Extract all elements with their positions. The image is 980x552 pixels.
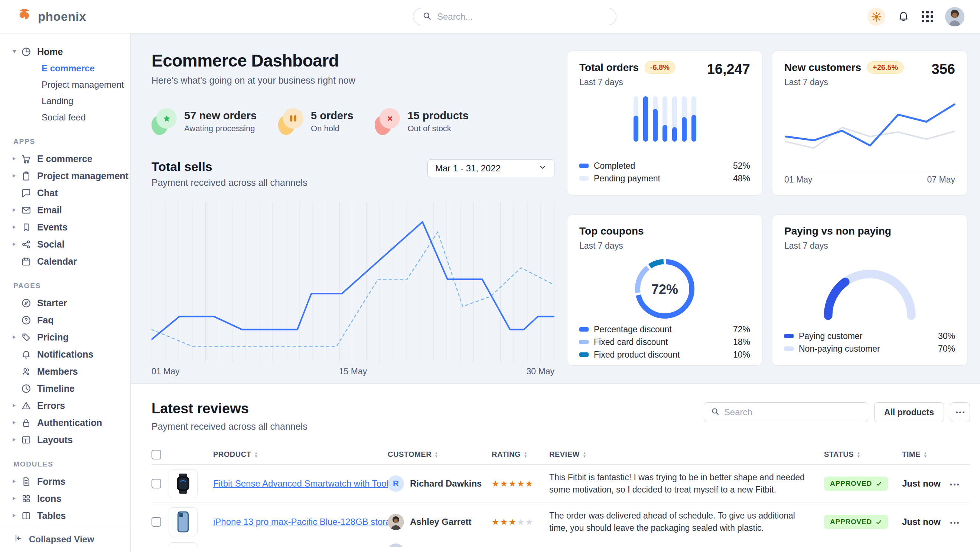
sidebar-item-email[interactable]: Email <box>0 201 130 219</box>
sidebar-section-modules: MODULES <box>0 460 130 468</box>
top-navbar: phoenix <box>0 0 980 34</box>
date-range-select[interactable]: Mar 1 - 31, 2022 <box>428 160 554 177</box>
sidebar-item-layouts[interactable]: Layouts <box>0 431 130 448</box>
apps-grid-icon[interactable] <box>922 11 933 22</box>
sort-icon: ▲▼ <box>924 451 927 458</box>
caret-right-icon <box>13 404 21 407</box>
quick-stats: 57 new ordersAwating processing 5 orders… <box>151 108 554 135</box>
reviews-search-input[interactable] <box>724 407 861 418</box>
layout-icon <box>21 434 37 445</box>
tag-icon <box>21 332 37 343</box>
global-search[interactable] <box>413 8 616 25</box>
sidebar-subitem-e-commerce[interactable]: E commerce <box>0 60 130 77</box>
customer-avatar-photo <box>388 514 404 530</box>
sidebar-item-starter[interactable]: Starter <box>0 294 130 311</box>
users-icon <box>21 366 37 377</box>
column-customer[interactable]: CUSTOMER▲▼ <box>388 450 492 459</box>
user-avatar[interactable] <box>945 7 964 26</box>
cart-icon <box>21 153 37 164</box>
collapse-icon <box>13 533 23 545</box>
star-icon <box>156 108 177 129</box>
column-status[interactable]: STATUS▲▼ <box>824 450 902 459</box>
review-text: The order was delivered ahead of schedul… <box>549 510 824 534</box>
share-icon <box>21 239 37 250</box>
customer-cell[interactable]: R Richard Dawkins <box>388 475 492 492</box>
sidebar-item-notifications[interactable]: Notifications <box>0 346 130 363</box>
product-thumbnail-iphone[interactable] <box>169 507 197 536</box>
chevron-down-icon <box>538 163 547 174</box>
sidebar-item-icons[interactable]: Icons <box>0 490 130 507</box>
page-title: Ecommerce Dashboard <box>151 51 554 71</box>
paying-vs-non-paying-card: Paying vs non paying Last 7 days Paying … <box>772 214 967 366</box>
top-coupons-card: Top coupons Last 7 days 72% Percentage d… <box>567 214 762 366</box>
status-badge: APPROVED <box>824 515 888 529</box>
table-row: iPhone 13 pro max-Pacific Blue-128GB sto… <box>151 503 970 541</box>
column-product[interactable]: PRODUCT▲▼ <box>213 450 388 459</box>
total-orders-bar-chart <box>579 96 750 142</box>
notifications-bell-icon[interactable] <box>897 10 910 24</box>
sidebar-subitem-project-management[interactable]: Project management <box>0 77 130 93</box>
brand-logo[interactable]: phoenix <box>0 8 86 26</box>
product-link[interactable]: iPhone 13 pro max-Pacific Blue-128GB sto… <box>213 517 388 527</box>
sidebar-item-timeline[interactable]: Timeline <box>0 380 130 397</box>
all-products-filter-button[interactable]: All products <box>874 402 944 422</box>
sidebar-item-home[interactable]: Home <box>0 43 130 60</box>
card-title: Total orders <box>579 62 639 73</box>
page-subtitle: Here's what's going on at your business … <box>151 75 554 86</box>
row-checkbox[interactable] <box>151 517 161 527</box>
sidebar-item-calendar[interactable]: Calendar <box>0 253 130 270</box>
bell-icon <box>21 349 37 360</box>
collapse-view-button[interactable]: Collapsed View <box>0 526 130 552</box>
dashboard-top-section: Ecommerce Dashboard Here's what's going … <box>131 34 980 383</box>
sidebar-item-e-commerce[interactable]: E commerce <box>0 150 130 167</box>
file-icon <box>21 476 37 487</box>
reviews-more-button[interactable] <box>950 402 970 422</box>
reviews-search[interactable] <box>704 402 868 422</box>
sidebar-item-pricing[interactable]: Pricing <box>0 329 130 346</box>
row-checkbox[interactable] <box>151 479 161 488</box>
product-link[interactable]: Fitbit Sense Advanced Smartwatch with To… <box>213 479 388 489</box>
reviews-title: Latest reviews <box>151 401 307 417</box>
new-customers-line-chart <box>784 91 955 168</box>
sidebar-item-tables[interactable]: Tables <box>0 507 130 524</box>
sort-icon: ▲▼ <box>523 451 527 458</box>
total-sells-subtitle: Payment received across all channels <box>151 177 307 188</box>
sidebar-item-forms[interactable]: Forms <box>0 473 130 490</box>
product-thumbnail-smartwatch[interactable] <box>169 469 197 498</box>
column-review[interactable]: REVIEW▲▼ <box>549 450 824 459</box>
theme-toggle-sun-icon[interactable] <box>867 8 885 26</box>
select-all-checkbox[interactable] <box>151 450 161 459</box>
grid-icon <box>21 493 37 504</box>
clock-icon <box>21 383 37 394</box>
caret-right-icon <box>13 514 21 517</box>
sort-icon: ▲▼ <box>583 451 586 458</box>
sort-icon: ▲▼ <box>857 451 861 458</box>
collapse-label: Collapsed View <box>29 534 94 544</box>
caret-right-icon <box>13 497 21 500</box>
row-menu-button[interactable] <box>950 522 959 524</box>
check-icon <box>876 481 882 487</box>
caret-right-icon <box>13 438 21 442</box>
x-icon <box>380 108 400 129</box>
sidebar-item-project-management[interactable]: Project management <box>0 167 130 184</box>
bookmark-icon <box>21 222 37 233</box>
caret-right-icon <box>13 242 21 246</box>
sidebar-section-pages: PAGES <box>0 282 130 290</box>
sidebar-item-errors[interactable]: Errors <box>0 397 130 414</box>
sidebar-item-faq[interactable]: Faq <box>0 311 130 329</box>
sidebar-subitem-social-feed[interactable]: Social feed <box>0 109 130 126</box>
review-text: This Fitbit is fantastic! I was trying t… <box>549 471 824 496</box>
sidebar-item-social[interactable]: Social <box>0 236 130 253</box>
customer-cell[interactable]: Ashley Garrett <box>388 514 492 530</box>
phoenix-flame-icon <box>16 8 33 26</box>
sidebar-subitem-landing[interactable]: Landing <box>0 93 130 109</box>
sidebar-item-events[interactable]: Events <box>0 219 130 236</box>
sidebar-item-authentication[interactable]: Authentication <box>0 414 130 431</box>
column-rating[interactable]: RATING▲▼ <box>492 450 549 459</box>
sidebar-item-chat[interactable]: Chat <box>0 184 130 201</box>
column-time[interactable]: TIME▲▼ <box>902 450 950 459</box>
caret-right-icon <box>13 421 21 424</box>
row-menu-button[interactable] <box>950 483 959 485</box>
global-search-input[interactable] <box>437 11 607 22</box>
sidebar-item-members[interactable]: Members <box>0 363 130 380</box>
